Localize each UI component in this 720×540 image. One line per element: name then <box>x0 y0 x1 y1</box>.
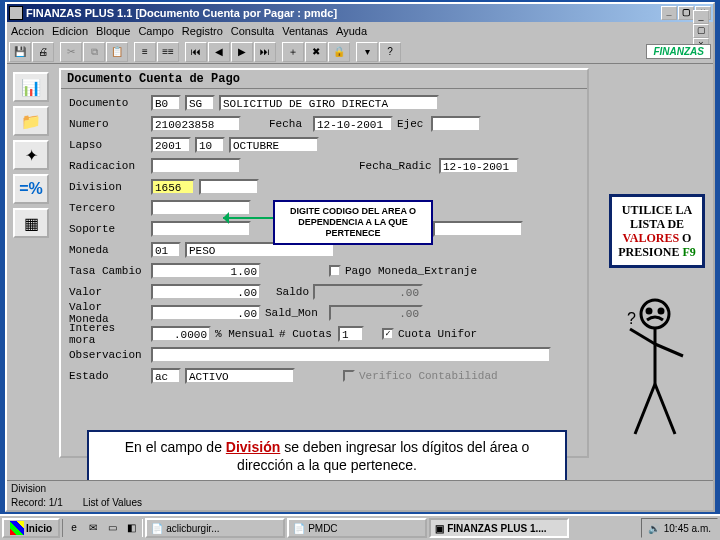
menu-campo[interactable]: Campo <box>138 25 173 37</box>
note-b: se deben ingresar los dígitos del área o… <box>237 439 529 473</box>
svg-point-6 <box>647 309 651 313</box>
tool-help-icon[interactable]: ? <box>379 42 401 62</box>
logo: FINANZAS <box>646 44 711 59</box>
lapso-c-field[interactable]: OCTUBRE <box>229 137 319 153</box>
tool-paste-icon[interactable]: 📋 <box>106 42 128 62</box>
fecha-field[interactable]: 12-10-2001 <box>313 116 393 132</box>
child-minimize-button[interactable]: _ <box>693 10 709 24</box>
lapso-b-field[interactable]: 10 <box>195 137 225 153</box>
menu-edicion[interactable]: Edicion <box>52 25 88 37</box>
status-field: Division <box>11 483 46 494</box>
maximize-button[interactable]: ▢ <box>678 6 694 20</box>
form-window: Documento Cuenta de Pago Documento B0 SG… <box>59 68 589 458</box>
cuotas-field[interactable]: 1 <box>338 326 364 342</box>
minimize-button[interactable]: _ <box>661 6 677 20</box>
documento-label: Documento <box>69 97 147 109</box>
pago-ext-label: Pago Moneda_Extranje <box>345 265 485 277</box>
tasa-label: Tasa Cambio <box>69 265 147 277</box>
sald-m-label: Sald_Mon <box>265 307 325 319</box>
moneda-a-field[interactable]: 01 <box>151 242 181 258</box>
menu-ayuda[interactable]: Ayuda <box>336 25 367 37</box>
pago-ext-checkbox[interactable] <box>329 265 341 277</box>
child-maximize-button[interactable]: ▢ <box>693 24 709 38</box>
doc-b-field[interactable]: SG <box>185 95 215 111</box>
menu-accion[interactable]: Accion <box>11 25 44 37</box>
start-button[interactable]: Inicio <box>2 518 60 538</box>
system-tray: 🔊 10:45 a.m. <box>641 518 718 538</box>
sidebar-star-icon[interactable]: ✦ <box>13 140 49 170</box>
ql-desktop-icon[interactable]: ▭ <box>103 519 121 537</box>
cuotas-label: # Cuotas <box>279 328 334 340</box>
menu-registro[interactable]: Registro <box>182 25 223 37</box>
sidebar-percent-icon[interactable]: =% <box>13 174 49 204</box>
dcto-t-field[interactable] <box>433 221 523 237</box>
cuota-u-checkbox[interactable]: ✓ <box>382 328 394 340</box>
estado-a-field[interactable]: ac <box>151 368 181 384</box>
tool-list-icon[interactable]: ▾ <box>356 42 378 62</box>
estado-label: Estado <box>69 370 147 382</box>
statusbar: Division Record: 1/1 List of Values <box>7 480 713 510</box>
obs-label: Observacion <box>69 349 147 361</box>
division-field[interactable]: 1656 <box>151 179 195 195</box>
menu-consulta[interactable]: Consulta <box>231 25 274 37</box>
task-2[interactable]: 📄PMDC <box>287 518 427 538</box>
estado-b-field[interactable]: ACTIVO <box>185 368 295 384</box>
tasa-field[interactable]: 1.00 <box>151 263 261 279</box>
division-desc-field[interactable] <box>199 179 259 195</box>
svg-point-0 <box>641 300 669 328</box>
sidebar-chart-icon[interactable]: 📊 <box>13 72 49 102</box>
radic-label: Radicacion <box>69 160 147 172</box>
lapso-label: Lapso <box>69 139 147 151</box>
lapso-a-field[interactable]: 2001 <box>151 137 191 153</box>
tray-clock[interactable]: 10:45 a.m. <box>664 523 711 534</box>
tool-save-icon[interactable]: 💾 <box>9 42 31 62</box>
taskbar: Inicio e ✉ ▭ ◧ 📄aclicburgir... 📄PMDC ▣FI… <box>0 514 720 540</box>
obs-field[interactable] <box>151 347 551 363</box>
tool-last-icon[interactable]: ⏭ <box>254 42 276 62</box>
tool-delete-icon[interactable]: ✖ <box>305 42 327 62</box>
tool-lock-icon[interactable]: 🔒 <box>328 42 350 62</box>
ejec-label: Ejec <box>397 118 427 130</box>
tray-vol-icon[interactable]: 🔊 <box>648 523 660 534</box>
tool-cut-icon[interactable]: ✂ <box>60 42 82 62</box>
ql-ie-icon[interactable]: e <box>65 519 83 537</box>
toolbar: 💾 🖨 ✂ ⧉ 📋 ≡ ≡≡ ⏮ ◀ ▶ ⏭ ＋ ✖ 🔒 ▾ ? FINANZA… <box>7 40 713 64</box>
valor-m-field[interactable]: .00 <box>151 305 261 321</box>
task-3[interactable]: ▣FINANZAS PLUS 1.... <box>429 518 569 538</box>
tool-next-icon[interactable]: ▶ <box>231 42 253 62</box>
mensual-label: % Mensual <box>215 328 275 340</box>
doc-c-field[interactable]: SOLICITUD DE GIRO DIRECTA <box>219 95 439 111</box>
windows-flag-icon <box>10 521 24 535</box>
sidebar-grid-icon[interactable]: ▦ <box>13 208 49 238</box>
arrow-icon <box>217 212 273 224</box>
start-label: Inicio <box>26 523 52 534</box>
interes-field[interactable]: .0000 <box>151 326 211 342</box>
tool-print-icon[interactable]: 🖨 <box>32 42 54 62</box>
menubar: Accion Edicion Bloque Campo Registro Con… <box>7 22 713 40</box>
doc-a-field[interactable]: B0 <box>151 95 181 111</box>
numero-field[interactable]: 210023858 <box>151 116 241 132</box>
tool-first-icon[interactable]: ⏮ <box>185 42 207 62</box>
tool-search-icon[interactable]: ≡ <box>134 42 156 62</box>
ejec-field[interactable] <box>431 116 481 132</box>
svg-line-4 <box>635 384 655 434</box>
valor-field[interactable]: .00 <box>151 284 261 300</box>
tool-prev-icon[interactable]: ◀ <box>208 42 230 62</box>
tool-filter-icon[interactable]: ≡≡ <box>157 42 179 62</box>
menu-bloque[interactable]: Bloque <box>96 25 130 37</box>
sidebar-folder-icon[interactable]: 📁 <box>13 106 49 136</box>
note-div: División <box>226 439 280 455</box>
tool-copy-icon[interactable]: ⧉ <box>83 42 105 62</box>
task-1-label: aclicburgir... <box>166 523 219 534</box>
task-1[interactable]: 📄aclicburgir... <box>145 518 285 538</box>
svg-line-5 <box>655 384 675 434</box>
menu-ventanas[interactable]: Ventanas <box>282 25 328 37</box>
tool-insert-icon[interactable]: ＋ <box>282 42 304 62</box>
ql-app-icon[interactable]: ◧ <box>122 519 140 537</box>
division-label: Division <box>69 181 147 193</box>
ql-outlook-icon[interactable]: ✉ <box>84 519 102 537</box>
radic-field[interactable] <box>151 158 241 174</box>
fecha-radic-label: Fecha_Radic <box>359 160 435 172</box>
task-3-label: FINANZAS PLUS 1.... <box>447 523 546 534</box>
fecha-radic-field[interactable]: 12-10-2001 <box>439 158 519 174</box>
